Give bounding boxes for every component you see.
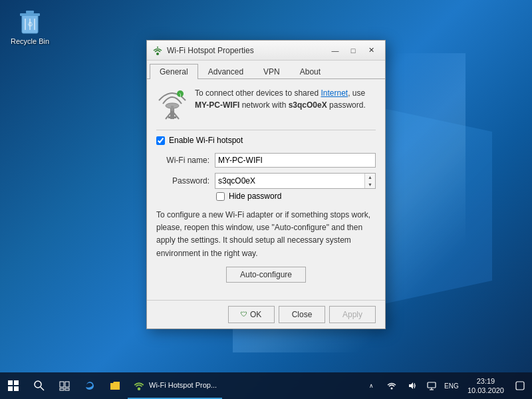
svg-rect-15	[8, 380, 13, 385]
titlebar-buttons: — □ ✕	[327, 44, 380, 57]
hide-password-row: Hide password	[216, 192, 376, 201]
taskbar-wifi-label: Wi-Fi Hotspot Prop...	[149, 381, 217, 389]
taskbar-clock[interactable]: 23:19 10.03.2020	[462, 372, 509, 399]
enable-hotspot-label[interactable]: Enable Wi-Fi hotspot	[169, 136, 243, 145]
desktop: ♻ Recycle Bin Wi-Fi Hotspot Properties —…	[0, 0, 532, 399]
svg-point-27	[390, 388, 392, 390]
svg-point-26	[138, 387, 141, 390]
svg-rect-25	[110, 384, 120, 390]
divider-1	[156, 130, 376, 130]
tray-show-hidden-button[interactable]: ∧	[362, 372, 381, 399]
tab-general[interactable]: General	[150, 64, 198, 79]
spinner-up-button[interactable]: ▲	[365, 174, 375, 181]
notification-icon	[515, 381, 525, 390]
ok-label: OK	[250, 310, 261, 319]
password-input[interactable]	[215, 174, 364, 188]
svg-text:♻: ♻	[27, 21, 33, 28]
svg-rect-21	[60, 382, 64, 387]
taskbar-tray: ∧	[360, 372, 532, 399]
clock-date: 10.03.2020	[467, 386, 504, 395]
maximize-button[interactable]: □	[344, 44, 362, 57]
dialog-titlebar[interactable]: Wi-Fi Hotspot Properties — □ ✕	[147, 41, 385, 61]
wifi-name-label: Wi-Fi name:	[156, 156, 209, 165]
wifi-name-row: Wi-Fi name:	[156, 153, 376, 168]
tab-advanced[interactable]: Advanced	[198, 64, 253, 79]
taskbar-wifi-icon	[133, 379, 145, 391]
tab-vpn[interactable]: VPN	[253, 64, 290, 79]
svg-point-19	[35, 381, 41, 388]
ok-shield-icon: 🛡	[241, 311, 247, 318]
enable-hotspot-checkbox[interactable]	[156, 136, 165, 145]
svg-line-20	[41, 387, 44, 390]
tab-about[interactable]: About	[290, 64, 331, 79]
close-dialog-button[interactable]: Close	[279, 306, 325, 323]
wifi-antenna-icon: )	[156, 87, 188, 122]
minimize-button[interactable]: —	[327, 44, 344, 57]
svg-rect-10	[171, 106, 174, 111]
info-text: To connect other devices to shared Inter…	[195, 87, 376, 122]
config-text: To configure a new Wi-Fi adapter or if s…	[156, 209, 376, 260]
svg-rect-22	[65, 382, 69, 387]
task-view-button[interactable]	[52, 372, 77, 399]
dialog-title: Wi-Fi Hotspot Properties	[167, 46, 327, 55]
svg-rect-24	[65, 388, 69, 390]
password-spinner: ▲ ▼	[364, 174, 375, 188]
password-input-wrapper: ▲ ▼	[215, 173, 376, 189]
dialog-title-icon	[152, 45, 163, 56]
svg-rect-8	[168, 116, 176, 118]
spinner-down-button[interactable]: ▼	[365, 181, 375, 188]
monitor-icon	[427, 381, 436, 390]
hide-password-label[interactable]: Hide password	[229, 192, 281, 201]
taskbar: Wi-Fi Hotspot Prop... ∧	[0, 372, 532, 399]
speaker-icon	[407, 381, 416, 390]
svg-rect-16	[14, 380, 19, 385]
task-view-icon	[59, 380, 70, 391]
recycle-bin-label: Recycle Bin	[11, 37, 49, 45]
recycle-bin-icon[interactable]: ♻ Recycle Bin	[7, 7, 53, 45]
file-explorer-button[interactable]	[102, 372, 128, 399]
enable-hotspot-row: Enable Wi-Fi hotspot	[156, 136, 376, 145]
start-button[interactable]	[0, 372, 27, 399]
svg-text:): )	[180, 92, 182, 98]
svg-rect-17	[8, 386, 13, 391]
info-password: s3qcO0eX	[289, 100, 327, 110]
svg-rect-23	[60, 388, 64, 390]
edge-icon	[84, 380, 96, 392]
search-icon	[34, 380, 45, 391]
taskbar-wifi-item[interactable]: Wi-Fi Hotspot Prop...	[128, 372, 222, 399]
svg-rect-18	[14, 386, 19, 391]
folder-icon	[109, 380, 121, 392]
apply-button[interactable]: Apply	[329, 306, 376, 323]
password-row: Password: ▲ ▼	[156, 173, 376, 189]
svg-rect-28	[428, 382, 436, 388]
wifi-name-input[interactable]	[215, 153, 376, 168]
tray-wifi-icon[interactable]	[382, 372, 401, 399]
tray-volume-icon[interactable]	[402, 372, 421, 399]
dialog-content: ) To connect other devices to shared Int…	[147, 79, 385, 300]
svg-point-4	[156, 53, 159, 55]
auto-configure-button[interactable]: Auto-configure	[226, 267, 306, 283]
dialog-footer: 🛡 OK Close Apply	[147, 300, 385, 329]
info-network-name: MY-PC-WIFI	[195, 100, 239, 110]
ok-button[interactable]: 🛡 OK	[228, 306, 275, 323]
svg-rect-1	[20, 13, 40, 16]
clock-time: 23:19	[477, 376, 495, 386]
notification-center-button[interactable]	[511, 372, 529, 399]
hide-password-checkbox[interactable]	[216, 192, 225, 201]
tray-language-indicator[interactable]: ENG	[442, 372, 461, 399]
windows-logo-icon	[8, 380, 19, 391]
dialog-tabs: General Advanced VPN About	[147, 61, 385, 79]
info-internet-link[interactable]: Internet	[321, 88, 348, 98]
password-label: Password:	[156, 176, 209, 186]
dialog-window: Wi-Fi Hotspot Properties — □ ✕ General A…	[146, 40, 386, 329]
tray-display-icon[interactable]	[422, 372, 441, 399]
search-button[interactable]	[27, 372, 52, 399]
close-button[interactable]: ✕	[362, 44, 380, 57]
wifi-signal-icon	[387, 381, 396, 390]
svg-rect-31	[516, 382, 524, 390]
info-section: ) To connect other devices to shared Int…	[156, 87, 376, 122]
edge-button[interactable]	[77, 372, 102, 399]
svg-rect-2	[26, 11, 34, 13]
